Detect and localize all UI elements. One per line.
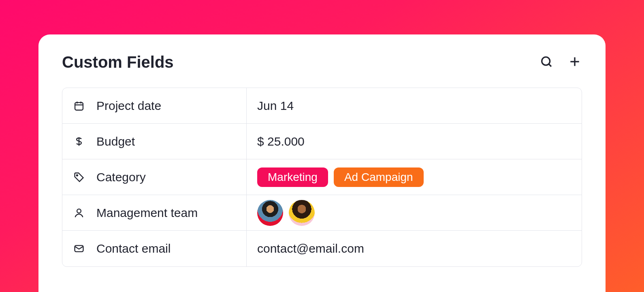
svg-point-0 <box>542 57 550 65</box>
svg-rect-4 <box>75 102 83 110</box>
category-tag[interactable]: Ad Campaign <box>334 167 424 187</box>
field-label-cell: Management team <box>62 195 247 230</box>
user-icon <box>73 207 85 219</box>
table-row: Budget $ 25.000 <box>62 124 582 159</box>
table-row: Project date Jun 14 <box>62 88 582 124</box>
search-icon <box>540 55 553 70</box>
field-value: Jun 14 <box>257 99 294 113</box>
svg-line-1 <box>549 64 551 67</box>
card-title: Custom Fields <box>62 53 174 71</box>
field-label-cell: Contact email <box>62 231 247 266</box>
field-value-cell[interactable]: $ 25.000 <box>247 124 582 159</box>
category-tag[interactable]: Marketing <box>257 167 328 187</box>
field-value-cell[interactable]: Jun 14 <box>247 88 582 123</box>
custom-fields-card: Custom Fields Project date <box>38 34 606 292</box>
fields-table: Project date Jun 14 Budget $ 25.000 <box>62 88 582 267</box>
plus-icon <box>568 55 581 70</box>
field-label: Category <box>96 170 146 184</box>
field-value-cell[interactable]: Marketing Ad Campaign <box>247 159 582 195</box>
search-button[interactable] <box>539 55 554 70</box>
svg-point-9 <box>77 174 78 176</box>
card-header: Custom Fields <box>62 53 582 71</box>
add-button[interactable] <box>567 55 582 70</box>
calendar-icon <box>73 100 85 112</box>
field-value-cell[interactable]: contact@email.com <box>247 231 582 266</box>
tag-icon <box>73 171 85 183</box>
avatar[interactable] <box>257 200 283 226</box>
field-label: Contact email <box>96 242 171 256</box>
field-label: Budget <box>96 135 135 148</box>
header-actions <box>539 55 582 70</box>
svg-point-10 <box>77 209 81 213</box>
avatar[interactable] <box>289 200 315 226</box>
field-label-cell: Project date <box>62 88 247 123</box>
table-row: Management team <box>62 195 582 231</box>
field-value-cell[interactable] <box>247 195 582 230</box>
field-label-cell: Budget <box>62 124 247 159</box>
field-label: Project date <box>96 99 161 113</box>
field-value: contact@email.com <box>257 242 364 256</box>
field-label-cell: Category <box>62 159 247 195</box>
table-row: Category Marketing Ad Campaign <box>62 159 582 195</box>
field-label: Management team <box>96 206 198 220</box>
dollar-icon <box>73 135 85 148</box>
field-value: $ 25.000 <box>257 135 305 148</box>
mail-icon <box>73 243 85 255</box>
table-row: Contact email contact@email.com <box>62 231 582 266</box>
